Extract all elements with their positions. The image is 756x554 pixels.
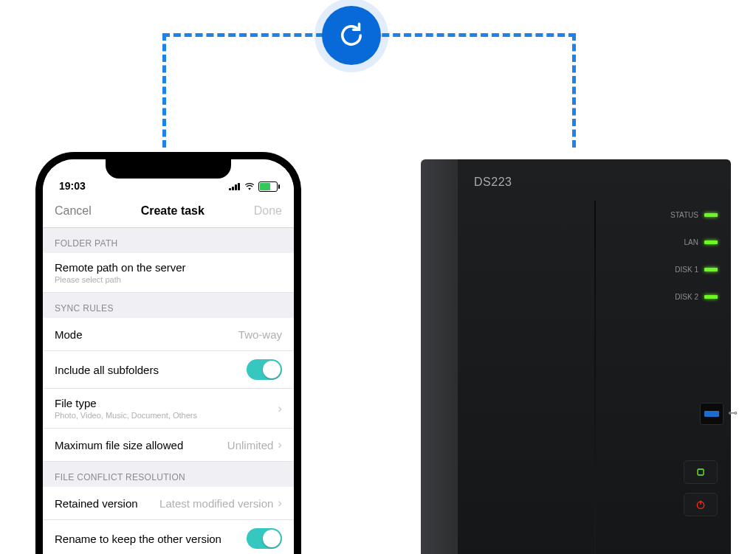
phone-notch <box>106 159 231 179</box>
row-title: Mode <box>55 328 83 341</box>
row-title: Include all subfolders <box>55 364 159 376</box>
phone-device: 19:03 Cancel Create task Done FOLDER PAT… <box>35 152 301 554</box>
status-time: 19:03 <box>59 180 86 192</box>
led-disk2: DISK 2 <box>670 293 718 301</box>
led-dot-icon <box>704 213 718 217</box>
row-mode[interactable]: Mode Two-way <box>43 318 294 351</box>
modal-title: Create task <box>141 204 205 218</box>
power-button[interactable] <box>684 493 718 516</box>
row-value: Two-way <box>238 328 282 341</box>
row-title: Maximum file size allowed <box>55 439 183 451</box>
led-dot-icon <box>704 295 718 299</box>
row-title: Retained version <box>55 497 138 510</box>
row-file-type[interactable]: File type Photo, Video, Music, Document,… <box>43 389 294 429</box>
wifi-icon <box>244 183 255 190</box>
nas-device: DS223 STATUS LAN DISK 1 DISK 2 ⊷ <box>421 159 731 554</box>
chevron-right-icon: › <box>278 401 282 416</box>
led-disk1: DISK 1 <box>670 266 718 274</box>
copy-button[interactable] <box>684 460 718 484</box>
sync-icon <box>322 6 381 65</box>
section-label-rules: SYNC RULES <box>43 293 294 318</box>
row-retained-version[interactable]: Retained version Latest modified version… <box>43 487 294 520</box>
toggle-subfolders[interactable] <box>247 359 282 380</box>
led-lan: LAN <box>670 238 718 246</box>
usb-port[interactable] <box>700 403 724 425</box>
row-value: Unlimited <box>227 439 274 451</box>
svg-rect-0 <box>698 469 704 475</box>
row-remote-path[interactable]: Remote path on the server Please select … <box>43 253 294 293</box>
cancel-button[interactable]: Cancel <box>55 204 92 218</box>
section-label-folder: FOLDER PATH <box>43 228 294 253</box>
form-content[interactable]: FOLDER PATH Remote path on the server Pl… <box>43 228 294 554</box>
done-button[interactable]: Done <box>254 204 282 218</box>
row-title: Rename to keep the other version <box>55 533 221 545</box>
battery-icon <box>258 181 278 192</box>
chevron-right-icon: › <box>278 496 282 510</box>
chevron-right-icon: › <box>278 437 282 452</box>
row-title: File type <box>55 397 197 409</box>
toggle-rename[interactable] <box>247 528 282 549</box>
section-label-conflict: FILE CONFLICT RESOLUTION <box>43 462 294 487</box>
led-dot-icon <box>704 240 718 244</box>
led-dot-icon <box>704 268 718 271</box>
row-rename-keep: Rename to keep the other version <box>43 520 294 554</box>
led-status: STATUS <box>670 211 718 219</box>
usb-icon: ⊷ <box>728 407 738 418</box>
row-value: Latest modified version <box>159 497 273 510</box>
row-hint: Please select path <box>55 275 186 284</box>
row-maximum-size[interactable]: Maximum file size allowed Unlimited› <box>43 429 294 462</box>
modal-navbar: Cancel Create task Done <box>43 195 294 228</box>
nas-model-label: DS223 <box>474 176 512 189</box>
row-include-subfolders: Include all subfolders <box>43 351 294 389</box>
signal-icon <box>229 183 241 190</box>
row-hint: Photo, Video, Music, Document, Others <box>55 411 197 420</box>
row-title: Remote path on the server <box>55 261 186 274</box>
